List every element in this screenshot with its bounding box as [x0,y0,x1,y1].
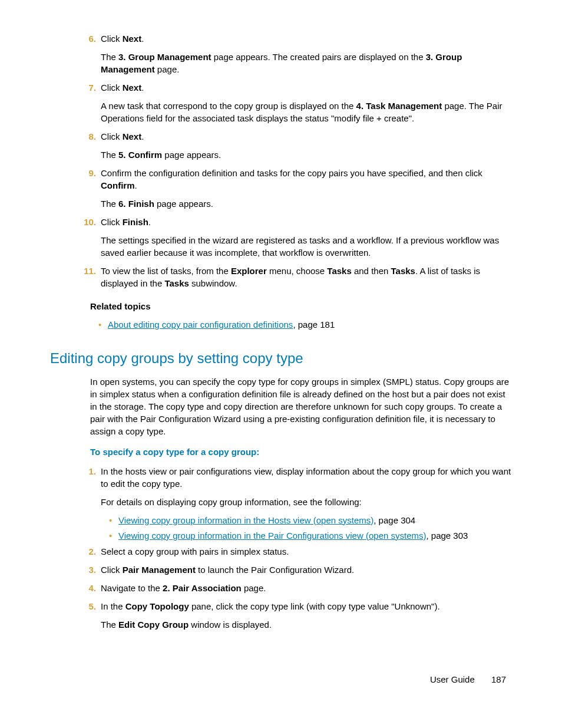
section-title: Editing copy groups by setting copy type [50,348,512,368]
step-b-2: 2. Select a copy group with pairs in sim… [90,545,512,558]
step-text: The 6. Finish page appears. [101,197,512,210]
step-text: Click Next. [101,81,512,94]
step-b-1: 1. In the hosts view or pair configurati… [90,465,512,542]
related-link[interactable]: About editing copy pair configuration de… [108,319,293,330]
step-number: 4. [80,582,96,594]
step-text: In the hosts view or pair configurations… [101,465,512,490]
step-9: 9. Confirm the configuration definition … [90,167,512,210]
step-text: Click Pair Management to launch the Pair… [101,564,512,576]
page-number: 187 [491,674,506,684]
step-number: 3. [80,564,96,576]
step-text: Click Next. [101,32,512,45]
document-page: 6. Click Next. The 3. Group Management p… [0,0,562,631]
step-b-4: 4. Navigate to the 2. Pair Association p… [90,582,512,594]
step-number: 10. [75,216,96,228]
procedure-subhead: To specify a copy type for a copy group: [90,446,512,458]
step-number: 6. [80,32,96,45]
step-number: 7. [80,81,96,94]
step-text: The settings specified in the wizard are… [101,234,512,259]
step-text: For details on displaying copy group inf… [101,496,512,508]
step-6: 6. Click Next. The 3. Group Management p… [90,32,512,75]
step-text: The 5. Confirm page appears. [101,149,512,161]
step-number: 5. [80,600,96,612]
sublist: Viewing copy group information in the Ho… [101,514,512,542]
related-item: About editing copy pair configuration de… [108,318,512,331]
step-text: Click Finish. [101,216,512,228]
related-topics-list: About editing copy pair configuration de… [90,318,512,331]
step-text: To view the list of tasks, from the Expl… [101,265,512,289]
step-number: 8. [80,130,96,143]
inline-link[interactable]: Viewing copy group information in the Pa… [118,531,426,541]
footer-label: User Guide [430,674,475,684]
step-number: 1. [80,465,96,477]
step-text: In the Copy Topology pane, click the cop… [101,600,512,612]
step-text: Navigate to the 2. Pair Association page… [101,582,512,594]
step-text: Select a copy group with pairs in simple… [101,545,512,558]
step-text: Click Next. [101,130,512,143]
step-text: The Edit Copy Group window is displayed. [101,618,512,631]
step-b-3: 3. Click Pair Management to launch the P… [90,564,512,576]
sublist-item: Viewing copy group information in the Pa… [118,529,512,542]
sublist-item: Viewing copy group information in the Ho… [118,514,512,526]
step-number: 11. [75,265,96,277]
step-text: Confirm the configuration definition and… [101,167,512,192]
step-8: 8. Click Next. The 5. Confirm page appea… [90,130,512,161]
step-b-5: 5. In the Copy Topology pane, click the … [90,600,512,631]
step-text: The 3. Group Management page appears. Th… [101,51,512,75]
step-11: 11. To view the list of tasks, from the … [90,265,512,289]
step-7: 7. Click Next. A new task that correspon… [90,81,512,124]
inline-link[interactable]: Viewing copy group information in the Ho… [118,515,373,525]
step-text: A new task that correspond to the copy g… [101,100,512,124]
related-topics-heading: Related topics [90,300,512,312]
step-number: 9. [80,167,96,179]
step-number: 2. [80,545,96,558]
section-intro: In open systems, you can specify the cop… [90,375,512,437]
step-10: 10. Click Finish. The settings specified… [90,216,512,259]
page-footer: User Guide 187 [430,673,506,686]
